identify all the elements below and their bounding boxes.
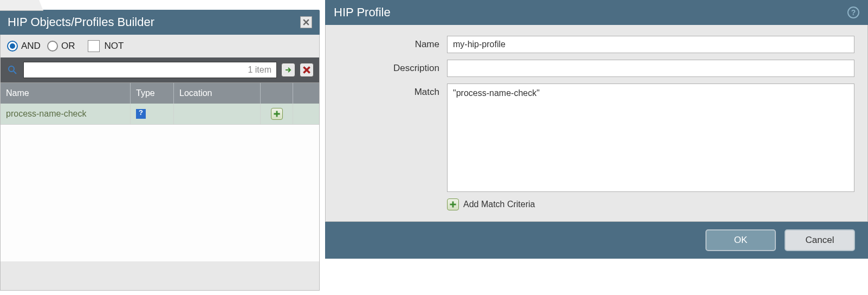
builder-panel: HIP Objects/Profiles Builder AND OR NOT (0, 10, 320, 295)
row-name: process-name-check (1, 104, 131, 124)
not-label: NOT (104, 41, 124, 52)
table-header-row: Name Type Location (1, 83, 319, 104)
description-label: Description (339, 60, 447, 74)
or-radio[interactable]: OR (47, 41, 75, 52)
name-label: Name (339, 36, 447, 50)
profile-form: Name Description Match Add Match Criteri… (325, 25, 868, 222)
tab-stub (0, 0, 43, 11)
search-icon (6, 63, 19, 76)
match-label: Match (339, 84, 447, 98)
or-label: OR (61, 41, 75, 52)
button-bar: OK Cancel (325, 222, 868, 259)
add-object-button[interactable] (271, 108, 283, 120)
search-input[interactable] (23, 62, 277, 78)
col-action (261, 83, 293, 104)
plus-icon (273, 110, 281, 118)
builder-title: HIP Objects/Profiles Builder (8, 15, 154, 29)
name-input[interactable] (447, 36, 854, 53)
arrow-right-icon (284, 66, 293, 74)
col-location[interactable]: Location (174, 83, 261, 104)
profile-header: HIP Profile ? (325, 0, 868, 25)
question-icon: ? (851, 8, 856, 17)
match-textarea[interactable] (447, 84, 854, 192)
table-row[interactable]: process-name-check (1, 104, 319, 125)
close-builder-button[interactable] (300, 16, 312, 28)
add-match-criteria-label: Add Match Criteria (463, 200, 535, 209)
cancel-button[interactable]: Cancel (785, 229, 855, 251)
radio-icon (47, 41, 58, 52)
checkbox-icon (88, 40, 100, 52)
plus-icon (449, 201, 457, 208)
profile-title: HIP Profile (334, 5, 391, 20)
profile-panel: HIP Profile ? Name Description Match (325, 0, 868, 295)
not-checkbox[interactable]: NOT (88, 40, 124, 52)
object-type-icon (136, 109, 146, 119)
col-name[interactable]: Name (1, 83, 131, 104)
help-button[interactable]: ? (847, 7, 859, 18)
col-type[interactable]: Type (131, 83, 174, 104)
search-bar: 1 item (1, 57, 319, 82)
description-input[interactable] (447, 60, 854, 77)
radio-icon (7, 41, 18, 52)
add-match-criteria-button[interactable] (447, 198, 459, 210)
and-label: AND (21, 41, 41, 52)
ok-button[interactable]: OK (705, 229, 776, 251)
search-clear-button[interactable] (300, 63, 314, 77)
svg-line-3 (14, 71, 16, 74)
search-go-button[interactable] (281, 63, 295, 77)
objects-table: Name Type Location process-name-check (1, 82, 319, 261)
builder-header: HIP Objects/Profiles Builder (0, 10, 320, 35)
row-action (261, 104, 293, 124)
boolean-operator-row: AND OR NOT (1, 35, 319, 57)
and-radio[interactable]: AND (7, 41, 41, 52)
row-location (174, 104, 261, 124)
x-icon (303, 66, 310, 74)
close-icon (303, 19, 309, 25)
svg-point-2 (9, 66, 14, 72)
row-type (131, 104, 174, 124)
